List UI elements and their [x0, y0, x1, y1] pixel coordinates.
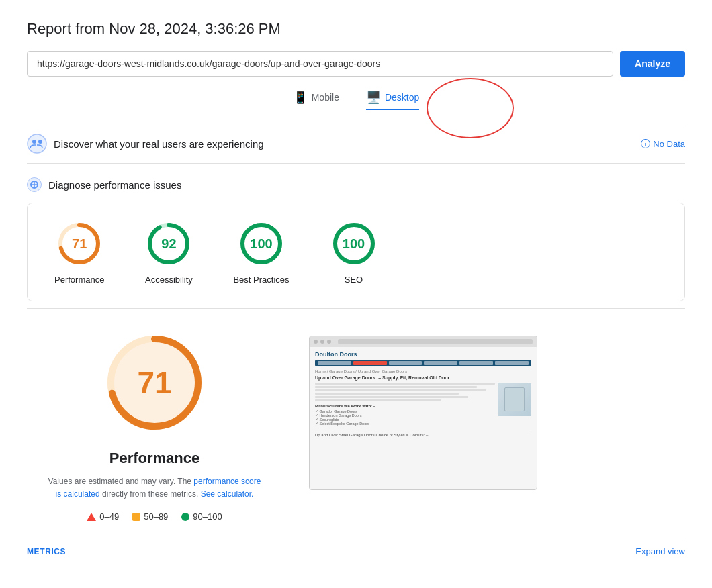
- score-accessibility[interactable]: 92 Accessibility: [144, 219, 193, 285]
- info-icon: i: [641, 139, 650, 148]
- legend-good-range: 90–100: [193, 511, 222, 522]
- diagnose-section: Diagnose performance issues 71 Performan…: [27, 177, 685, 301]
- screenshot-frame: Doulton Doors Home / Garage Doors / Up a…: [309, 336, 537, 490]
- performance-right: Doulton Doors Home / Garage Doors / Up a…: [309, 329, 685, 522]
- nav6: [495, 361, 529, 365]
- screenshot-bottom-text: Up and Over Steel Garage Doors Choice of…: [315, 430, 531, 437]
- nav1: [318, 361, 351, 365]
- line6: [315, 399, 441, 401]
- analyze-button[interactable]: Analyze: [620, 51, 685, 77]
- performance-title: Performance: [109, 450, 200, 467]
- nav5: [459, 361, 493, 365]
- legend-red-icon: [87, 513, 96, 521]
- screenshot-breadcrumb: Home / Garage Doors / Up and Over Garage…: [315, 369, 531, 373]
- discover-text: Discover what your real users are experi…: [54, 138, 264, 150]
- screenshot-page-heading: Up and Over Garage Doors: – Supply, Fit,…: [315, 375, 531, 380]
- legend-good: 90–100: [181, 511, 222, 522]
- score-label-best-practices: Best Practices: [233, 275, 289, 285]
- screenshot-sub-heading: Manufacturers We Work With: –: [315, 404, 495, 408]
- score-circle-best-practices: 100: [237, 219, 285, 268]
- screenshot-site-title: Doulton Doors: [315, 351, 531, 358]
- score-circle-seo: 100: [330, 219, 378, 268]
- svg-point-0: [28, 134, 46, 153]
- svg-text:i: i: [645, 141, 647, 148]
- score-label-seo: SEO: [345, 275, 363, 285]
- score-performance[interactable]: 71 Performance: [54, 219, 104, 285]
- svg-point-1: [32, 140, 36, 144]
- screenshot-text-col: Manufacturers We Work With: – ✓ Garador …: [315, 383, 495, 426]
- score-value-seo: 100: [343, 236, 365, 252]
- line3: [315, 389, 486, 391]
- legend-row: 0–49 50–89 90–100: [87, 511, 222, 522]
- url-bar-row: Analyze: [27, 51, 685, 77]
- line4: [315, 393, 459, 395]
- legend-medium-range: 50–89: [144, 511, 168, 522]
- performance-note: Values are estimated and may vary. The p…: [47, 475, 262, 501]
- discover-left: Discover what your real users are experi…: [27, 134, 264, 154]
- discover-row: Discover what your real users are experi…: [27, 124, 685, 164]
- url-input[interactable]: [27, 51, 613, 77]
- nav4: [424, 361, 457, 365]
- report-title: Report from Nov 28, 2024, 3:36:26 PM: [27, 20, 685, 38]
- expand-view-button[interactable]: Expand view: [635, 546, 685, 556]
- legend-green-icon: [181, 513, 189, 521]
- screenshot-nav: [315, 360, 531, 366]
- svg-point-2: [38, 140, 42, 144]
- discover-users-icon: [27, 134, 47, 154]
- diagnose-title-row: Diagnose performance issues: [27, 177, 685, 192]
- score-value-performance: 71: [72, 236, 87, 252]
- metrics-label: METRICS: [27, 547, 66, 556]
- big-score-circle: 71: [101, 329, 208, 436]
- screenshot-top-bar: [310, 336, 537, 347]
- score-value-best-practices: 100: [250, 236, 272, 252]
- address-bar-mock: [338, 339, 533, 344]
- tab-mobile-label: Mobile: [312, 92, 339, 103]
- mobile-icon: 📱: [293, 90, 308, 105]
- no-data-text: No Data: [653, 139, 685, 149]
- dot3: [327, 340, 331, 344]
- legend-fail: 0–49: [87, 511, 119, 522]
- screenshot-image: [498, 383, 531, 416]
- dot1: [314, 340, 318, 344]
- line5: [315, 396, 468, 398]
- score-circle-performance: 71: [55, 219, 103, 268]
- scores-card: 71 Performance 92 Accessibility: [27, 203, 685, 301]
- tab-desktop-label: Desktop: [385, 92, 419, 103]
- screenshot-content-cols: Manufacturers We Work With: – ✓ Garador …: [315, 383, 531, 426]
- desktop-icon: 🖥️: [366, 90, 381, 105]
- screenshot-list4: ✓ Select Bespoke Garage Doors: [315, 422, 495, 426]
- nav2: [353, 361, 387, 365]
- performance-left: 71 Performance Values are estimated and …: [27, 329, 282, 522]
- calc-link[interactable]: See calculator.: [201, 489, 254, 499]
- screenshot-content: Doulton Doors Home / Garage Doors / Up a…: [310, 347, 537, 441]
- page-wrapper: Report from Nov 28, 2024, 3:36:26 PM Ana…: [0, 0, 712, 577]
- line1: [315, 383, 495, 385]
- legend-orange-icon: [132, 513, 140, 521]
- door-image-mock: [504, 387, 525, 411]
- nav3: [389, 361, 422, 365]
- performance-detail: 71 Performance Values are estimated and …: [27, 309, 685, 535]
- tab-mobile[interactable]: 📱 Mobile: [293, 90, 339, 110]
- score-value-accessibility: 92: [161, 236, 176, 252]
- legend-medium: 50–89: [132, 511, 168, 522]
- line2: [315, 386, 477, 388]
- no-data-link[interactable]: i No Data: [641, 139, 685, 149]
- score-circle-accessibility: 92: [144, 219, 193, 268]
- score-label-accessibility: Accessibility: [145, 275, 193, 285]
- diagnose-icon: [27, 177, 42, 192]
- tab-row: 📱 Mobile 🖥️ Desktop: [27, 90, 685, 110]
- score-label-performance: Performance: [54, 275, 104, 285]
- metrics-footer: METRICS Expand view: [27, 538, 685, 556]
- tab-desktop[interactable]: 🖥️ Desktop: [366, 90, 419, 110]
- legend-fail-range: 0–49: [99, 511, 119, 522]
- big-score-value: 71: [137, 364, 171, 401]
- score-seo[interactable]: 100 SEO: [330, 219, 378, 285]
- score-best-practices[interactable]: 100 Best Practices: [233, 219, 289, 285]
- dot2: [320, 340, 324, 344]
